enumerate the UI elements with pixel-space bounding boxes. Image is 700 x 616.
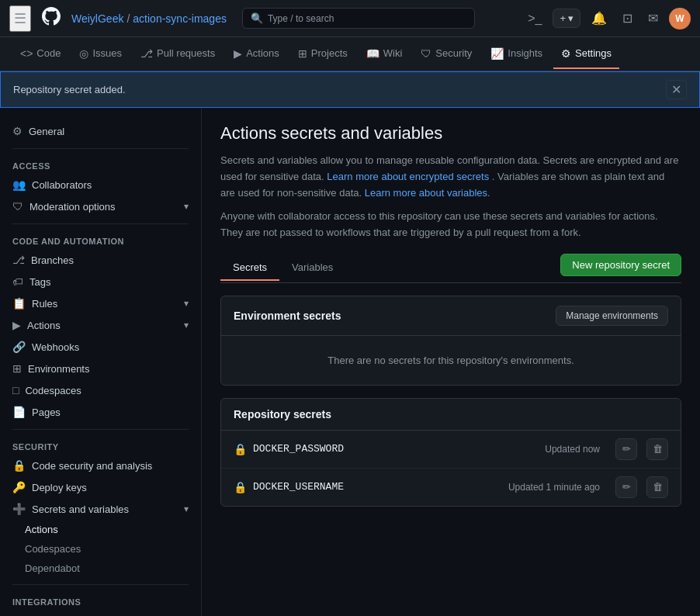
general-icon: ⚙ xyxy=(12,125,23,137)
sidebar-item-secrets-variables[interactable]: ➕ Secrets and variables ▾ xyxy=(0,498,201,520)
sidebar-section-code: Code and automation xyxy=(0,230,201,249)
sidebar-code-security-label: Code security and analysis xyxy=(32,460,152,472)
repo-nav-wiki[interactable]: 📖 Wiki xyxy=(359,40,411,69)
environments-icon: ⊞ xyxy=(12,362,22,375)
sidebar-item-pages[interactable]: 📄 Pages xyxy=(0,401,201,423)
sidebar-sub-codespaces-label: Codespaces xyxy=(25,543,81,555)
sidebar-sub-codespaces[interactable]: Codespaces xyxy=(0,539,201,559)
sidebar-environments-label: Environments xyxy=(28,363,89,375)
code-security-icon: 🔒 xyxy=(12,459,26,472)
edit-docker-username-button[interactable]: ✏ xyxy=(615,476,637,498)
repository-secrets-section: Repository secrets 🔒 DOCKER_PASSWORD Upd… xyxy=(220,398,681,507)
bell-button[interactable]: 🔔 xyxy=(587,8,612,29)
search-bar[interactable]: 🔍 Type / to search xyxy=(242,8,475,29)
sidebar-divider-2 xyxy=(12,223,189,224)
sidebar-sub-actions[interactable]: Actions xyxy=(0,520,201,539)
sidebar-divider-3 xyxy=(12,429,189,430)
tab-secrets[interactable]: Secrets xyxy=(220,255,279,281)
secret-row-docker-password: 🔒 DOCKER_PASSWORD Updated now ✏ 🗑 xyxy=(221,431,681,469)
repo-nav-pulls-label: Pull requests xyxy=(157,47,215,59)
sidebar-item-branches[interactable]: ⎇ Branches xyxy=(0,249,201,271)
main-layout: ⚙ General Access 👥 Collaborators 🛡 Moder… xyxy=(0,108,700,616)
actions-icon: ▶ xyxy=(234,47,242,60)
codespaces-icon: □ xyxy=(12,384,19,396)
rules-icon: 📋 xyxy=(12,297,26,310)
mail-button[interactable]: ✉ xyxy=(643,8,663,29)
tabs-header: Secrets Variables New repository secret xyxy=(220,254,681,283)
sidebar-sub-dependabot[interactable]: Dependabot xyxy=(0,559,201,578)
delete-docker-username-button[interactable]: 🗑 xyxy=(646,476,668,498)
sidebar-item-codespaces[interactable]: □ Codespaces xyxy=(0,379,201,401)
sidebar-item-code-security[interactable]: 🔒 Code security and analysis xyxy=(0,455,201,476)
repo-nav-projects[interactable]: ⊞ Projects xyxy=(290,40,355,69)
sidebar-collaborators-label: Collaborators xyxy=(32,179,92,191)
repo-nav-settings-label: Settings xyxy=(575,47,612,59)
branches-icon: ⎇ xyxy=(12,254,25,266)
page-description-2: Anyone with collaborator access to this … xyxy=(220,209,681,241)
repo-nav-actions[interactable]: ▶ Actions xyxy=(226,40,287,69)
repo-nav-wiki-label: Wiki xyxy=(383,47,403,59)
webhooks-icon: 🔗 xyxy=(12,341,26,353)
sidebar-tags-label: Tags xyxy=(29,276,50,288)
sidebar: ⚙ General Access 👥 Collaborators 🛡 Moder… xyxy=(0,108,202,616)
sidebar-item-collaborators[interactable]: 👥 Collaborators xyxy=(0,174,201,196)
sidebar-codespaces-label: Codespaces xyxy=(25,385,81,396)
inbox-button[interactable]: ⊡ xyxy=(618,8,637,29)
insights-icon: 📈 xyxy=(490,47,504,60)
repo-nav-security[interactable]: 🛡 Security xyxy=(413,40,480,69)
settings-icon: ⚙ xyxy=(561,47,571,60)
repo-nav-projects-label: Projects xyxy=(311,47,348,59)
sidebar-item-tags[interactable]: 🏷 Tags xyxy=(0,271,201,292)
sidebar-secrets-label: Secrets and variables xyxy=(32,504,129,515)
flash-message: Repository secret added. xyxy=(13,84,126,95)
repo-nav-settings[interactable]: ⚙ Settings xyxy=(553,40,619,69)
github-logo xyxy=(42,7,61,29)
new-repository-secret-button[interactable]: New repository secret xyxy=(560,254,681,276)
sidebar-item-actions[interactable]: ▶ Actions ▾ xyxy=(0,314,201,336)
repo-nav-security-label: Security xyxy=(435,47,472,59)
sidebar-item-general[interactable]: ⚙ General xyxy=(0,120,201,142)
chevron-down-icon: ▾ xyxy=(184,201,189,212)
new-button[interactable]: + ▾ xyxy=(553,9,580,28)
plus-chevron-icon: ▾ xyxy=(568,12,574,24)
actions-chevron-icon: ▾ xyxy=(184,320,189,330)
terminal-button[interactable]: >_ xyxy=(523,9,546,29)
repo-navigation: <> Code ◎ Issues ⎇ Pull requests ▶ Actio… xyxy=(0,37,700,71)
issues-icon: ◎ xyxy=(79,47,88,60)
repo-nav-issues[interactable]: ◎ Issues xyxy=(71,40,130,69)
sidebar-item-webhooks[interactable]: 🔗 Webhooks xyxy=(0,336,201,358)
edit-docker-password-button[interactable]: ✏ xyxy=(615,438,637,460)
sidebar-item-environments[interactable]: ⊞ Environments xyxy=(0,358,201,379)
sidebar-sub-actions-label: Actions xyxy=(25,524,58,535)
encrypted-secrets-link[interactable]: Learn more about encrypted secrets xyxy=(327,171,489,182)
sidebar-item-deploy-keys[interactable]: 🔑 Deploy keys xyxy=(0,476,201,498)
env-secrets-empty: There are no secrets for this repository… xyxy=(221,336,681,385)
actions-sidebar-icon: ▶ xyxy=(12,319,21,331)
repo-nav-insights[interactable]: 📈 Insights xyxy=(483,40,550,69)
delete-docker-password-button[interactable]: 🗑 xyxy=(646,438,668,460)
flash-close-button[interactable]: ✕ xyxy=(666,80,687,99)
repo-nav-pulls[interactable]: ⎇ Pull requests xyxy=(133,40,223,69)
variables-link[interactable]: Learn more about variables xyxy=(365,187,487,199)
hamburger-button[interactable]: ☰ xyxy=(9,5,31,32)
repo-nav-code[interactable]: <> Code xyxy=(12,40,68,69)
env-secrets-header: Environment secrets Manage environments xyxy=(221,296,681,336)
moderation-icon: 🛡 xyxy=(12,200,23,213)
sidebar-item-github-apps[interactable]: ⬤ GitHub Apps xyxy=(0,610,201,616)
sidebar-pages-label: Pages xyxy=(32,407,61,418)
sidebar-item-moderation[interactable]: 🛡 Moderation options ▾ xyxy=(0,196,201,217)
tab-variables[interactable]: Variables xyxy=(279,255,345,281)
lock-icon-2: 🔒 xyxy=(234,481,247,493)
sidebar-webhooks-label: Webhooks xyxy=(32,341,79,353)
code-icon: <> xyxy=(20,47,33,60)
manage-environments-button[interactable]: Manage environments xyxy=(556,306,668,326)
avatar[interactable]: W xyxy=(669,8,691,29)
wiki-icon: 📖 xyxy=(366,47,379,60)
security-icon: 🛡 xyxy=(421,47,431,60)
sidebar-item-rules[interactable]: 📋 Rules ▾ xyxy=(0,292,201,314)
search-placeholder-text: Type / to search xyxy=(268,13,334,24)
sidebar-actions-label: Actions xyxy=(27,320,61,331)
breadcrumb-repo[interactable]: action-sync-images xyxy=(133,12,227,25)
sidebar-section-integrations: Integrations xyxy=(0,591,201,610)
breadcrumb-user[interactable]: WeiylGeek xyxy=(71,12,123,25)
